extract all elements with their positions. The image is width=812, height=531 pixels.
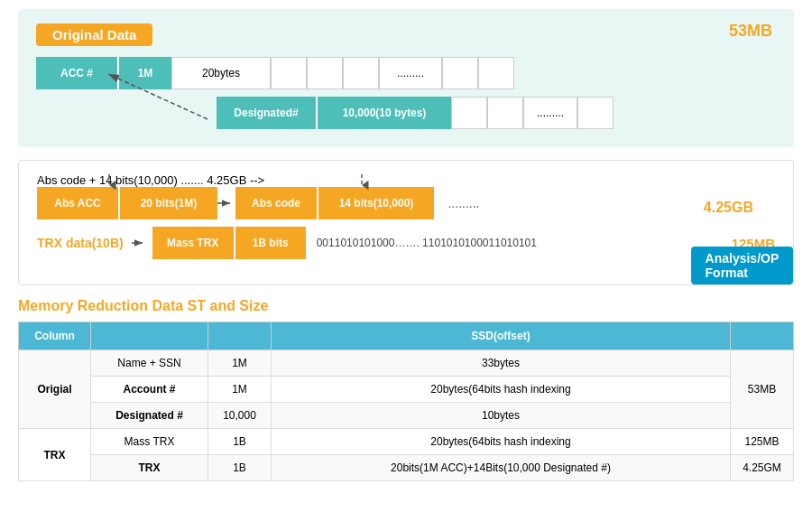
- row2-container: Designated# 10,000(10 bytes) .........: [217, 97, 776, 129]
- binary-text: 0011010101000……. 1101010100011010101: [306, 237, 723, 249]
- table-section: Memory Reduction Data ST and Size Column…: [18, 298, 794, 481]
- table-row: TRX Mass TRX 1B 20bytes(64bits hash inde…: [19, 429, 794, 455]
- down-arrows-svg: [55, 174, 506, 192]
- dotdot-bottom1: .........: [434, 196, 488, 210]
- trx-group: TRX: [19, 429, 91, 481]
- empty-cell-5: [478, 57, 514, 89]
- data-table: Column SSD(offset) Origial Name + SSN 1M…: [18, 321, 794, 481]
- table-row: Designated # 10,000 10bytes: [19, 403, 794, 429]
- 4gm-cell: 4.25GM: [731, 455, 794, 481]
- analysis-op-label: Analysis/OP Format: [691, 247, 793, 284]
- 20bits-acc-cell: 20bits(1M ACC)+14Bits(10,000 Designated …: [272, 455, 731, 481]
- table-header-row: Column SSD(offset): [19, 322, 794, 350]
- arrow-connector: [217, 194, 235, 212]
- right-arrow-svg: [217, 194, 235, 212]
- table-row: TRX 1B 20bits(1M ACC)+14Bits(10,000 Desi…: [19, 455, 794, 481]
- 20bytes-hash2-cell: 20bytes(64bits hash indexing: [272, 429, 731, 455]
- main-container: Original Data 53MB ACC # 1M 20bytes ....…: [0, 0, 812, 490]
- trx-row-cell: TRX: [91, 455, 208, 481]
- top-row2: Designated# 10,000(10 bytes) .........: [217, 97, 614, 129]
- col-header-count: [208, 322, 272, 350]
- 10000-cell: 10,000(10 bytes): [316, 97, 451, 129]
- mass-trx-cell: Mass TRX: [152, 227, 234, 259]
- empty-cell-1: [271, 57, 307, 89]
- 1m-count: 1M: [208, 350, 272, 377]
- name-ssn-cell: Name + SSN: [91, 350, 208, 377]
- account-cell: Account #: [91, 377, 208, 403]
- 33bytes-cell: 33bytes: [272, 350, 731, 377]
- bottom-diagram-section: Abs code + 14 bits(10,000) ....... 4.25G…: [18, 160, 794, 285]
- empty-cell-2: [307, 57, 343, 89]
- 1b-count2: 1B: [208, 455, 272, 481]
- table-row: Origial Name + SSN 1M 33bytes 53MB: [19, 350, 794, 377]
- 1b-count: 1B: [208, 429, 272, 455]
- size-53mb: 53MB: [729, 22, 772, 41]
- trx-arrow-svg: [132, 235, 148, 251]
- table-row: Account # 1M 20bytes(64bits hash indexin…: [19, 377, 794, 403]
- bottom-row2: TRX data(10B) Mass TRX 1B bits 001101010…: [37, 227, 775, 259]
- table-title: Memory Reduction Data ST and Size: [18, 298, 794, 314]
- bottom-row1-wrapper: Abs ACC 20 bits(1M) Abs code 14 bits(10,…: [37, 187, 775, 219]
- col-header-name: [91, 322, 208, 350]
- original-data-section: Original Data 53MB ACC # 1M 20bytes ....…: [18, 9, 794, 147]
- dashed-arrow-svg: [99, 70, 217, 124]
- trx-arrow: [131, 235, 149, 251]
- designated-cell: Designated#: [217, 97, 316, 129]
- 10000-count: 10,000: [208, 403, 272, 429]
- table-body: Origial Name + SSN 1M 33bytes 53MB Accou…: [19, 350, 794, 481]
- original-data-label: Original Data: [36, 23, 152, 46]
- 53mb-cell: 53MB: [731, 350, 794, 429]
- svg-line-1: [108, 74, 208, 119]
- mass-trx-row-cell: Mass TRX: [91, 429, 208, 455]
- dotdot-cell-2: .........: [523, 97, 577, 129]
- empty-cell-4: [442, 57, 478, 89]
- 1m-count2: 1M: [208, 377, 272, 403]
- designated-row-cell: Designated #: [91, 403, 208, 429]
- 1b-bits-cell: 1B bits: [234, 227, 306, 259]
- col-header-column: Column: [19, 322, 91, 350]
- trx-label: TRX data(10B): [37, 236, 124, 250]
- origial-group: Origial: [19, 350, 91, 429]
- empty-cell-3: [343, 57, 379, 89]
- size-4gb: 4.25GB: [704, 200, 753, 216]
- empty-cell-6: [451, 97, 487, 129]
- empty-cell-8: [577, 97, 614, 129]
- 10bytes-cell: 10bytes: [272, 403, 731, 429]
- col-header-size: [731, 322, 794, 350]
- dotdot-cell-1: .........: [379, 57, 442, 89]
- col-header-ssd: SSD(offset): [272, 322, 731, 350]
- empty-cell-7: [487, 97, 523, 129]
- 125mb-cell: 125MB: [731, 429, 794, 455]
- 20bytes-hash-cell: 20bytes(64bits hash indexing: [272, 377, 731, 403]
